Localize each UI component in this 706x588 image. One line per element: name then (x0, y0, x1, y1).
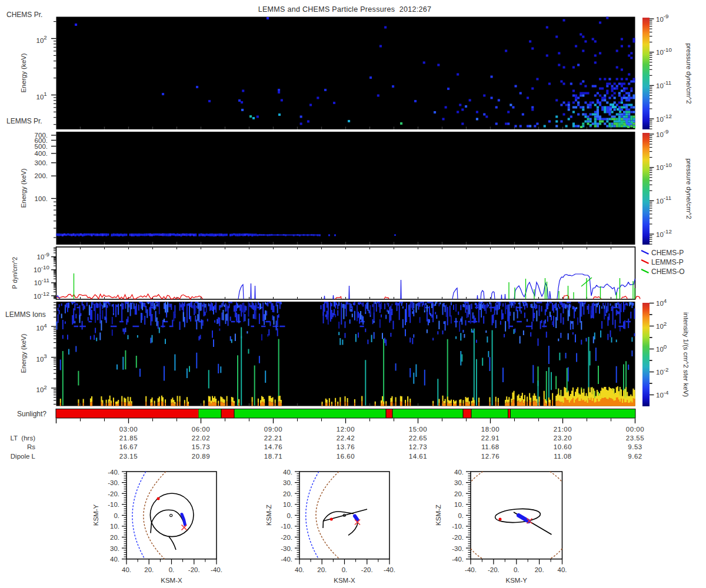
svg-text:40.: 40. (558, 566, 567, 573)
svg-text:13.76: 13.76 (337, 443, 355, 450)
svg-text:-10.: -10. (281, 523, 292, 530)
svg-text:9.62: 9.62 (628, 453, 642, 460)
svg-text:200.: 200. (35, 172, 48, 179)
svg-text:21.85: 21.85 (119, 435, 138, 442)
svg-text:22.21: 22.21 (264, 435, 282, 442)
svg-text:20.: 20. (317, 566, 327, 573)
svg-text:KSM-X: KSM-X (161, 577, 182, 584)
svg-text:-20.: -20. (281, 534, 292, 541)
svg-text:Energy (keV): Energy (keV) (20, 168, 27, 208)
svg-text:LEMMS Ions: LEMMS Ions (5, 310, 46, 319)
svg-text:0.: 0. (114, 512, 119, 519)
svg-text:20.: 20. (283, 490, 292, 497)
svg-text:-40.: -40. (384, 566, 395, 573)
svg-text:-10.: -10. (108, 501, 119, 508)
svg-text:40.: 40. (122, 566, 131, 573)
svg-text:40.: 40. (283, 469, 292, 476)
svg-text:KSM-Z: KSM-Z (265, 505, 272, 526)
svg-text:400.: 400. (35, 150, 48, 157)
svg-text:10.: 10. (110, 523, 119, 530)
svg-text:pressure dyne/cm^2: pressure dyne/cm^2 (685, 158, 692, 219)
svg-text:11.08: 11.08 (554, 453, 571, 460)
svg-text:06:00: 06:00 (192, 426, 210, 433)
svg-text:-40.: -40. (465, 566, 477, 573)
svg-text:Energy (keV): Energy (keV) (20, 53, 27, 92)
svg-text:40.: 40. (295, 566, 304, 573)
svg-text:KSM-Y: KSM-Y (92, 504, 99, 526)
svg-text:30.: 30. (454, 479, 464, 486)
svg-text:-10.: -10. (452, 523, 464, 530)
svg-text:22.91: 22.91 (481, 435, 499, 442)
svg-text:0.: 0. (514, 566, 519, 573)
svg-text:Dipole L: Dipole L (11, 453, 36, 460)
svg-text:Sunlight?: Sunlight? (17, 410, 46, 418)
svg-text:16.67: 16.67 (119, 443, 138, 450)
svg-text:0.: 0. (169, 566, 175, 573)
svg-text:-20.: -20. (361, 566, 373, 573)
svg-text:15.73: 15.73 (192, 443, 210, 450)
svg-text:30.: 30. (283, 479, 292, 486)
svg-text:-40.: -40. (211, 566, 222, 573)
svg-text:-30.: -30. (281, 545, 292, 552)
svg-text:9.53: 9.53 (628, 443, 642, 450)
svg-text:300.: 300. (35, 159, 48, 166)
svg-text:14.76: 14.76 (264, 443, 282, 450)
svg-text:18.71: 18.71 (264, 453, 282, 460)
svg-text:LEMMS-P: LEMMS-P (651, 258, 684, 266)
svg-text:12.73: 12.73 (409, 443, 427, 450)
svg-text:pressure dyne/cm^2: pressure dyne/cm^2 (685, 43, 692, 103)
svg-text:-20.: -20. (108, 490, 119, 497)
svg-text:03:00: 03:00 (119, 426, 138, 433)
svg-text:22.65: 22.65 (409, 435, 427, 442)
svg-text:LEMMS Pr.: LEMMS Pr. (6, 117, 42, 125)
svg-text:-20.: -20. (488, 566, 499, 573)
svg-text:20.89: 20.89 (192, 453, 210, 460)
svg-text:20.: 20. (454, 490, 464, 497)
svg-text:Energy (keV): Energy (keV) (20, 333, 27, 373)
svg-text:23.15: 23.15 (119, 453, 138, 460)
svg-text:CHEMS-P: CHEMS-P (651, 249, 684, 257)
svg-text:40.: 40. (110, 556, 119, 563)
svg-text:00:00: 00:00 (626, 426, 644, 433)
svg-text:CHEMS-O: CHEMS-O (651, 268, 685, 276)
svg-text:40.: 40. (454, 469, 464, 476)
svg-text:10.: 10. (454, 501, 464, 508)
svg-text:0.: 0. (342, 566, 348, 573)
svg-text:100.: 100. (35, 195, 48, 202)
svg-text:10.: 10. (283, 501, 292, 508)
svg-text:-30.: -30. (108, 479, 119, 486)
svg-text:15:00: 15:00 (409, 426, 427, 433)
svg-text:Rs: Rs (27, 443, 35, 450)
svg-text:0.: 0. (287, 512, 292, 519)
svg-text:30.: 30. (110, 545, 119, 552)
svg-text:KSM-X: KSM-X (334, 577, 355, 584)
svg-text:-30.: -30. (452, 545, 464, 552)
svg-text:12:00: 12:00 (337, 426, 355, 433)
svg-text:11.68: 11.68 (481, 443, 499, 450)
svg-text:20.: 20. (535, 566, 544, 573)
svg-text:intensity 1/(s cm^2 ster keV): intensity 1/(s cm^2 ster keV) (682, 312, 690, 397)
svg-text:P dyn/cm^2: P dyn/cm^2 (11, 257, 18, 289)
svg-text:CHEMS Pr.: CHEMS Pr. (6, 11, 42, 19)
svg-text:KSM-Z: KSM-Z (435, 505, 442, 526)
svg-text:-40.: -40. (108, 469, 119, 476)
svg-text:22.42: 22.42 (337, 435, 355, 442)
svg-text:700.: 700. (35, 132, 48, 139)
svg-text:10.60: 10.60 (554, 443, 572, 450)
svg-text:-40.: -40. (281, 556, 292, 563)
svg-text:23.20: 23.20 (554, 435, 572, 442)
svg-text:16.60: 16.60 (337, 453, 355, 460)
svg-text:22.02: 22.02 (192, 435, 210, 442)
svg-text:20.: 20. (144, 566, 154, 573)
svg-text:KSM-Y: KSM-Y (506, 577, 528, 584)
svg-text:21:00: 21:00 (554, 426, 572, 433)
svg-text:-20.: -20. (188, 566, 200, 573)
svg-text:20.: 20. (110, 534, 119, 541)
svg-text:-40.: -40. (452, 556, 464, 563)
svg-text:0.: 0. (458, 512, 464, 519)
svg-text:-20.: -20. (452, 534, 464, 541)
svg-text:LEMMS and CHEMS Particle Press: LEMMS and CHEMS Particle Pressures 2012:… (258, 5, 432, 14)
svg-text:LT (hrs): LT (hrs) (10, 435, 35, 442)
svg-text:18:00: 18:00 (481, 426, 499, 433)
svg-text:09:00: 09:00 (264, 426, 282, 433)
